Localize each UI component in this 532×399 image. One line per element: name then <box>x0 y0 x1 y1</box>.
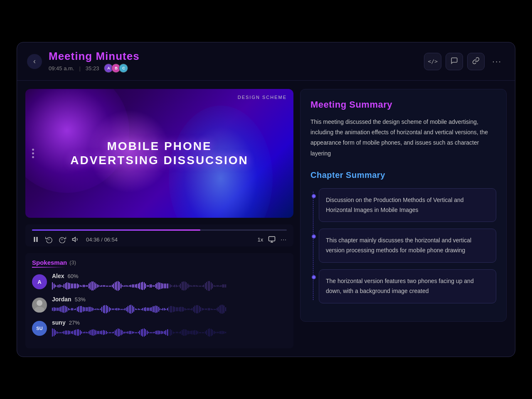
chapter-text-2: This chapter mainly discusses the horizo… <box>326 237 471 254</box>
speed-button[interactable]: 1x <box>258 236 264 243</box>
spokesman-header: Spokesman (3) <box>32 259 287 266</box>
right-panel: Meeting Summary This meeting discussed t… <box>300 89 507 322</box>
svg-rect-0 <box>34 237 35 242</box>
meeting-summary-title: Meeting Summary <box>310 99 496 110</box>
header-actions: </> ··· <box>424 53 505 70</box>
volume-button[interactable] <box>72 236 79 243</box>
back-button[interactable]: ‹ <box>27 54 42 69</box>
chapter-text-1: Discussion on the Production Methods of … <box>326 197 464 213</box>
chapter-dot-2 <box>312 234 316 239</box>
speaker-pct-alex: 60% <box>68 273 79 279</box>
left-panel: MOBILE PHONE ADVERTSING DISSUCSION DESIG… <box>25 89 293 348</box>
avatar-suny: SU <box>32 321 47 336</box>
waveform-alex <box>52 281 287 291</box>
main-content: MOBILE PHONE ADVERTSING DISSUCSION DESIG… <box>17 81 515 357</box>
right-controls: 1x ··· <box>258 236 287 243</box>
fullscreen-button[interactable] <box>268 236 276 243</box>
speaker-name-row-alex: Alex 60% <box>52 273 287 279</box>
chapter-card-1: Discussion on the Production Methods of … <box>319 188 496 222</box>
video-side-dots <box>32 149 34 158</box>
speaker-pct-suny: 27% <box>69 320 80 326</box>
avatar-alex: A <box>32 274 47 289</box>
chapter-item-2: This chapter mainly discusses the horizo… <box>319 229 496 263</box>
chapter-item-3: The horizontal version features two phon… <box>319 269 496 303</box>
meeting-time: 09:45 a.m. <box>49 65 74 71</box>
header-meta: 09:45 a.m. | 35:23 A B C <box>49 64 417 73</box>
dot-3 <box>32 156 34 158</box>
speaker-pct-jordan: 53% <box>75 296 86 303</box>
avatar-jordan <box>32 298 47 313</box>
timeline-line <box>313 192 313 300</box>
meta-separator: | <box>79 65 80 71</box>
speaker-info-alex: Alex 60% <box>52 273 287 291</box>
header-info: Meeting Minutes 09:45 a.m. | 35:23 A B C <box>49 50 417 73</box>
design-scheme-label: DESIGN SCHEME <box>238 95 287 100</box>
svg-marker-4 <box>73 237 76 242</box>
chapter-item-1: Discussion on the Production Methods of … <box>319 188 496 222</box>
svg-text:15: 15 <box>61 239 63 241</box>
svg-point-9 <box>34 307 44 313</box>
video-text-overlay: MOBILE PHONE ADVERTSING DISSUCSION <box>70 139 249 167</box>
more-controls-button[interactable]: ··· <box>281 236 287 243</box>
speaker-name-suny: suny <box>52 319 66 326</box>
code-icon: </> <box>428 58 438 64</box>
waveform-suny <box>52 328 287 337</box>
chapter-dot-1 <box>312 194 316 198</box>
waveform-jordan <box>52 304 287 314</box>
svg-point-8 <box>37 300 42 306</box>
video-player[interactable]: MOBILE PHONE ADVERTSING DISSUCSION DESIG… <box>25 89 293 218</box>
dot-1 <box>32 149 34 151</box>
page-title: Meeting Minutes <box>49 50 417 63</box>
speaker-info-suny: suny 27% <box>52 319 287 337</box>
header: ‹ Meeting Minutes 09:45 a.m. | 35:23 A B… <box>17 42 515 81</box>
video-title-line2: ADVERTSING DISSUCSION <box>70 153 249 167</box>
spokesman-count: (3) <box>69 259 76 266</box>
meeting-summary-text: This meeting discussed the design scheme… <box>310 117 496 159</box>
link-icon <box>472 57 480 66</box>
video-controls: 15 15 <box>25 224 293 246</box>
dot-2 <box>32 153 34 155</box>
speaker-name-row-suny: suny 27% <box>52 319 287 326</box>
time-display: 04:36 / 06:54 <box>86 236 118 243</box>
chapter-timeline: Discussion on the Production Methods of … <box>310 188 496 303</box>
rewind-button[interactable]: 15 <box>45 236 53 243</box>
video-title-line1: MOBILE PHONE <box>70 139 249 153</box>
spokesman-section: Spokesman (3) A Alex 60% <box>25 253 293 348</box>
speaker-info-jordan: Jordan 53% <box>52 296 287 314</box>
more-button[interactable]: ··· <box>489 57 505 66</box>
speaker-row-alex: A Alex 60% <box>32 273 287 291</box>
chapter-summary-title: Chapter Summary <box>310 170 496 180</box>
avatar-3: C <box>119 64 128 73</box>
svg-text:15: 15 <box>47 239 50 241</box>
speaker-name-jordan: Jordan <box>52 296 71 303</box>
chapter-dot-3 <box>312 275 316 279</box>
speaker-row-jordan: Jordan 53% <box>32 296 287 314</box>
pause-button[interactable] <box>32 236 39 243</box>
meeting-duration: 35:23 <box>86 65 99 71</box>
progress-bar[interactable] <box>32 229 287 231</box>
participant-avatars: A B C <box>104 64 128 73</box>
chapter-text-3: The horizontal version features two phon… <box>326 278 474 294</box>
progress-fill <box>32 229 200 231</box>
svg-rect-1 <box>37 237 38 242</box>
svg-rect-5 <box>269 236 275 241</box>
spokesman-underline <box>32 267 65 268</box>
speaker-name-row-jordan: Jordan 53% <box>52 296 287 303</box>
speaker-row-suny: SU suny 27% <box>32 319 287 337</box>
link-button[interactable] <box>467 53 485 70</box>
controls-row: 15 15 <box>32 236 287 243</box>
chapter-card-3: The horizontal version features two phon… <box>319 269 496 303</box>
chat-button[interactable] <box>446 53 463 70</box>
video-background: MOBILE PHONE ADVERTSING DISSUCSION <box>25 89 293 218</box>
app-container: ‹ Meeting Minutes 09:45 a.m. | 35:23 A B… <box>17 42 515 357</box>
chapter-card-2: This chapter mainly discusses the horizo… <box>319 229 496 263</box>
speaker-name-alex: Alex <box>52 273 64 279</box>
forward-button[interactable]: 15 <box>59 236 66 243</box>
code-button[interactable]: </> <box>424 53 441 70</box>
spokesman-title: Spokesman <box>32 259 67 266</box>
chat-icon <box>451 57 458 66</box>
